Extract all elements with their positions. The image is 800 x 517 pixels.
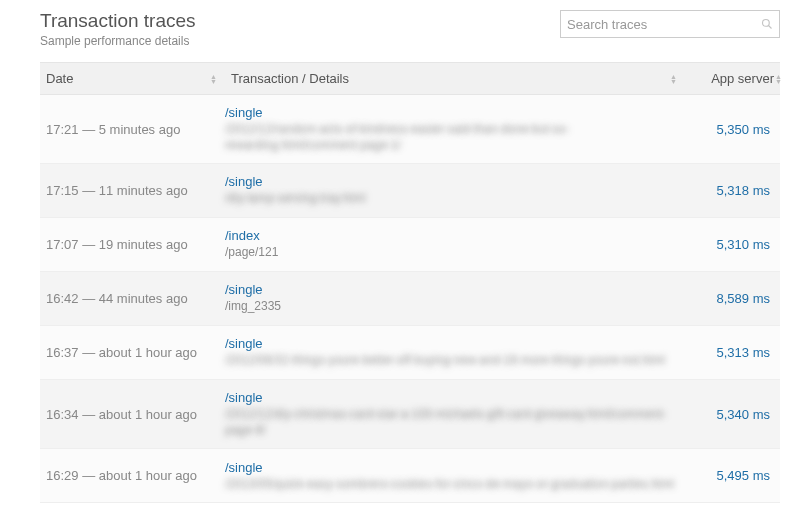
trace-transaction: /single/2012/06/32-things-youre-better-o… [225, 336, 685, 369]
trace-transaction: /index/page/121 [225, 228, 685, 261]
trace-app-server: 5,340 ms [685, 407, 780, 422]
sort-icon: ▲▼ [670, 74, 677, 84]
trace-transaction: /single/img_2335 [225, 282, 685, 315]
trace-row: 17:07 — 19 minutes ago/index/page/1215,3… [40, 218, 780, 272]
trace-row: 17:21 — 5 minutes ago/single/2012/12/ran… [40, 95, 780, 164]
svg-line-1 [769, 26, 772, 29]
transaction-detail: /2013/05/quick-easy-sombrero-cookies-for… [225, 477, 675, 493]
page-subtitle: Sample performance details [40, 34, 196, 48]
trace-app-server: 5,350 ms [685, 122, 780, 137]
column-label: Date [46, 71, 73, 86]
trace-date: 16:37 — about 1 hour ago [40, 345, 225, 360]
trace-date: 16:29 — about 1 hour ago [40, 468, 225, 483]
column-header-app-server[interactable]: App server ▲▼ [685, 63, 780, 94]
app-server-link[interactable]: 5,340 ms [717, 407, 770, 422]
header-row: Transaction traces Sample performance de… [40, 10, 780, 48]
search-input[interactable] [567, 17, 761, 32]
app-server-link[interactable]: 5,313 ms [717, 345, 770, 360]
column-label: App server [711, 71, 774, 86]
trace-date: 16:42 — 44 minutes ago [40, 291, 225, 306]
transaction-detail: /page/121 [225, 245, 675, 261]
app-server-link[interactable]: 5,310 ms [717, 237, 770, 252]
trace-app-server: 8,589 ms [685, 291, 780, 306]
search-box[interactable] [560, 10, 780, 38]
page-title: Transaction traces [40, 10, 196, 32]
trace-transaction: /single/2012/12/random-acts-of-kindness-… [225, 105, 685, 153]
trace-app-server: 5,318 ms [685, 183, 780, 198]
transaction-detail: /2012/06/32-things-youre-better-off-buyi… [225, 353, 675, 369]
svg-point-0 [763, 20, 770, 27]
search-icon [761, 18, 773, 30]
trace-row: 16:37 — about 1 hour ago/single/2012/06/… [40, 326, 780, 380]
trace-date: 17:15 — 11 minutes ago [40, 183, 225, 198]
transaction-detail: /img_2335 [225, 299, 675, 315]
transaction-detail: /diy-lamp-serving-tray.html [225, 191, 675, 207]
app-server-link[interactable]: 8,589 ms [717, 291, 770, 306]
column-header-date[interactable]: Date ▲▼ [40, 63, 225, 94]
trace-row: 17:15 — 11 minutes ago/single/diy-lamp-s… [40, 164, 780, 218]
trace-app-server: 5,313 ms [685, 345, 780, 360]
transaction-link[interactable]: /single [225, 174, 675, 189]
trace-transaction: /single/diy-lamp-serving-tray.html [225, 174, 685, 207]
transaction-detail: /2012/12/diy-christmas-card-star-a-100-m… [225, 407, 675, 438]
trace-app-server: 5,495 ms [685, 468, 780, 483]
trace-app-server: 5,310 ms [685, 237, 780, 252]
app-server-link[interactable]: 5,495 ms [717, 468, 770, 483]
column-header-transaction[interactable]: Transaction / Details ▲▼ [225, 63, 685, 94]
trace-date: 17:07 — 19 minutes ago [40, 237, 225, 252]
transaction-link[interactable]: /single [225, 282, 675, 297]
transaction-link[interactable]: /single [225, 336, 675, 351]
column-label: Transaction / Details [231, 71, 349, 86]
trace-date: 17:21 — 5 minutes ago [40, 122, 225, 137]
transaction-link[interactable]: /single [225, 460, 675, 475]
trace-row: 16:29 — about 1 hour ago/single/2013/05/… [40, 449, 780, 503]
transaction-detail: /2012/12/random-acts-of-kindness-easier-… [225, 122, 675, 153]
transaction-link[interactable]: /single [225, 105, 675, 120]
sort-icon: ▲▼ [775, 74, 782, 84]
footer: Show more slow transactions [40, 503, 780, 517]
transaction-link[interactable]: /index [225, 228, 675, 243]
trace-transaction: /single/2013/05/quick-easy-sombrero-cook… [225, 460, 685, 493]
trace-row: 16:34 — about 1 hour ago/single/2012/12/… [40, 380, 780, 449]
trace-row: 16:42 — 44 minutes ago/single/img_23358,… [40, 272, 780, 326]
sort-icon: ▲▼ [210, 74, 217, 84]
trace-rows: 17:21 — 5 minutes ago/single/2012/12/ran… [40, 95, 780, 503]
trace-transaction: /single/2012/12/diy-christmas-card-star-… [225, 390, 685, 438]
app-server-link[interactable]: 5,350 ms [717, 122, 770, 137]
trace-date: 16:34 — about 1 hour ago [40, 407, 225, 422]
transaction-link[interactable]: /single [225, 390, 675, 405]
app-server-link[interactable]: 5,318 ms [717, 183, 770, 198]
column-header-row: Date ▲▼ Transaction / Details ▲▼ App ser… [40, 62, 780, 95]
title-block: Transaction traces Sample performance de… [40, 10, 196, 48]
